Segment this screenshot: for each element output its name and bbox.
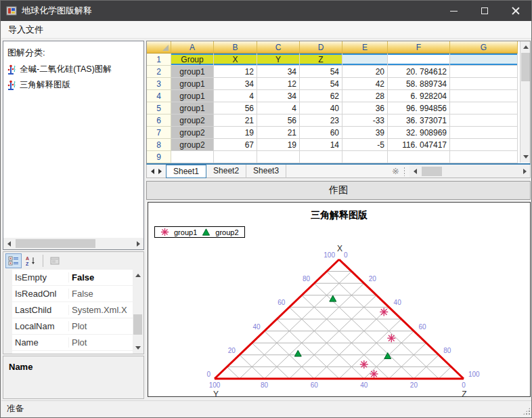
cell-C2[interactable]: 34 [257,66,300,78]
property-pages-button[interactable] [47,253,63,268]
menu-item-import-file[interactable]: 导入文件 [1,21,50,39]
cell-F4[interactable]: 6. 928204 [388,90,450,102]
cell-E4[interactable]: 28 [342,90,388,102]
cell-B9[interactable] [214,151,257,163]
scrollbar-thumb[interactable] [521,53,530,81]
cell-E9[interactable] [342,151,388,163]
next-sheet-icon[interactable] [158,169,162,174]
property-vertical-scrollbar[interactable] [133,270,143,354]
cell-A9[interactable] [171,151,214,163]
column-header-G[interactable]: G [450,41,518,54]
cell-A7[interactable]: group2 [171,127,214,139]
cell-C4[interactable]: 34 [257,90,300,102]
cell-A5[interactable]: group1 [171,102,214,114]
cell-G5[interactable] [450,102,518,114]
close-button[interactable] [500,1,531,21]
sheet-tab-sheet1[interactable]: Sheet1 [166,165,206,178]
property-row[interactable]: NamePlot [4,335,143,351]
cell-F7[interactable]: 32. 908969 [388,127,450,139]
cell-D3[interactable]: 54 [300,78,342,90]
cell-F5[interactable]: 96. 994856 [388,102,450,114]
categorized-view-button[interactable] [5,253,22,268]
cell-F6[interactable]: 36. 373071 [388,114,450,127]
scrollbar-thumb[interactable] [16,239,95,248]
cell-D5[interactable]: 40 [300,102,342,114]
row-header-6[interactable]: 6 [147,114,171,127]
tree-horizontal-scrollbar[interactable] [3,238,143,249]
row-header-2[interactable]: 2 [147,66,171,78]
column-header-C[interactable]: C [257,41,300,54]
scrollbar-thumb[interactable] [133,314,142,335]
maximize-button[interactable] [469,1,500,21]
minimize-button[interactable] [438,1,469,21]
cell-E2[interactable]: 20 [342,66,388,78]
property-row[interactable]: IsReadOnlFalse [4,286,143,302]
sheet-tab-sheet3[interactable]: Sheet3 [246,165,286,178]
sheet-tab-sheet2[interactable]: Sheet2 [206,165,246,178]
cell-C7[interactable]: 21 [257,127,300,139]
cell-B6[interactable]: 21 [214,114,257,127]
column-header-A[interactable]: A [171,41,214,54]
property-row[interactable]: IsEmptyFalse [4,270,143,286]
property-row[interactable]: LastChildSystem.Xml.X [4,302,143,318]
row-header-1[interactable]: 1 [147,54,171,66]
cell-B4[interactable]: 4 [214,90,257,102]
scroll-right-icon[interactable] [133,238,143,249]
property-row[interactable]: LocalNamPlot [4,318,143,335]
cell-B2[interactable]: 12 [214,66,257,78]
cell-A2[interactable]: group1 [171,66,214,78]
cell-E1[interactable] [342,54,388,66]
select-all-corner[interactable] [147,41,171,54]
cell-B1[interactable]: X [214,54,257,66]
row-header-3[interactable]: 3 [147,78,171,90]
cell-B8[interactable]: 67 [214,139,257,151]
cell-F8[interactable]: 116. 047417 [388,139,450,151]
column-header-F[interactable]: F [388,41,450,54]
cell-F2[interactable]: 20. 784612 [388,66,450,78]
cell-E7[interactable]: 39 [342,127,388,139]
new-sheet-icon[interactable]: ※ [392,166,399,176]
cell-D1[interactable]: Z [300,54,342,66]
row-header-7[interactable]: 7 [147,127,171,139]
cell-A4[interactable]: group1 [171,90,214,102]
row-header-9[interactable]: 9 [147,151,171,163]
cell-G3[interactable] [450,78,518,90]
cell-G6[interactable] [450,114,518,127]
cell-B3[interactable]: 34 [214,78,257,90]
plot-button[interactable]: 作图 [146,181,531,200]
cell-D7[interactable]: 60 [300,127,342,139]
row-header-5[interactable]: 5 [147,102,171,114]
scroll-down-icon[interactable] [520,151,531,163]
cell-D9[interactable] [300,151,342,163]
cell-E5[interactable]: 36 [342,102,388,114]
row-header-4[interactable]: 4 [147,90,171,102]
cell-G4[interactable] [450,90,518,102]
cell-D8[interactable]: 14 [300,139,342,151]
cell-C8[interactable]: 19 [257,139,300,151]
scroll-down-icon[interactable] [133,342,143,354]
scroll-left-icon[interactable] [3,238,14,249]
cell-C9[interactable] [257,151,300,163]
scroll-right-icon[interactable] [519,165,530,177]
previous-sheet-icon[interactable] [151,169,154,174]
cell-E8[interactable]: -5 [342,139,388,151]
column-header-E[interactable]: E [342,41,388,54]
sidebar-item-1[interactable]: 全碱-二氧化硅(TAS)图解 [3,62,143,77]
cell-C1[interactable]: Y [257,54,300,66]
alphabetical-sort-button[interactable]: A Z [22,253,39,268]
scroll-left-icon[interactable] [409,165,420,177]
scrollbar-thumb[interactable] [422,167,442,176]
cell-F1[interactable] [388,54,450,66]
cell-D2[interactable]: 54 [300,66,342,78]
cell-B7[interactable]: 19 [214,127,257,139]
cell-F3[interactable]: 58. 889734 [388,78,450,90]
cell-G7[interactable] [450,127,518,139]
cell-A8[interactable]: group2 [171,139,214,151]
cell-B5[interactable]: 56 [214,102,257,114]
grid-vertical-scrollbar[interactable] [520,41,530,163]
cell-A1[interactable]: Group [171,54,214,66]
cell-G8[interactable] [450,139,518,151]
cell-E3[interactable]: 42 [342,78,388,90]
resize-grip[interactable] [523,407,531,415]
column-header-B[interactable]: B [214,41,257,54]
